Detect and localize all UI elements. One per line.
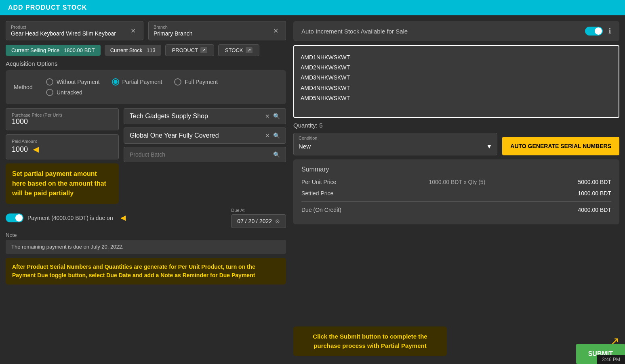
per-unit-label: Per Unit Price — [301, 179, 336, 185]
product-value: Gear Head Keyboard Wired Slim Keyboar — [11, 30, 116, 37]
condition-value: New — [299, 143, 311, 150]
product-info: Product Gear Head Keyboard Wired Slim Ke… — [11, 25, 116, 37]
paid-amount-box: Paid Amount 1000 ◄ — [6, 134, 119, 159]
selling-price-label: Current Selling Price — [11, 47, 59, 53]
condition-label: Condition — [299, 136, 317, 140]
auto-increment-toggle[interactable] — [585, 27, 603, 36]
time-display: 3:46 PM — [602, 357, 620, 362]
left-panel: Product Gear Head Keyboard Wired Slim Ke… — [0, 15, 292, 362]
serial-5: AMD5NHKWSKWT — [301, 93, 612, 103]
branch-input-box: Branch Primary Branch ✕ — [148, 21, 286, 40]
due-label: Due (On Credit) — [301, 207, 341, 213]
radio-untracked[interactable]: Untracked — [46, 89, 82, 96]
settled-label: Settled Price — [301, 190, 333, 197]
current-stock-value: 113 — [147, 47, 156, 53]
condition-select-inner: New ▼ — [299, 133, 492, 153]
branch-value: Primary Branch — [154, 30, 192, 37]
product-input-box: Product Gear Head Keyboard Wired Slim Ke… — [6, 21, 143, 40]
product-batch-box[interactable]: Product Batch 🔍 — [124, 147, 286, 162]
note-box[interactable]: The remaining payment is due on July 20,… — [6, 240, 286, 254]
auto-gen-button[interactable]: AUTO GENERATE SERIAL NUMBERS — [502, 137, 619, 155]
per-unit-value: 5000.00 BDT — [578, 179, 611, 185]
selling-price-value: 1800.00 BDT — [64, 47, 95, 53]
bottom-right-area: Click the Submit button to complete the … — [293, 326, 619, 356]
radio-row-1: Without Payment Partial Payment Full Pay… — [46, 78, 278, 86]
due-date-field[interactable]: 07 / 20 / 2022 ⊗ — [231, 214, 286, 228]
bottom-tooltip-text: After Product Serial Numbers and Quantit… — [12, 264, 255, 278]
selling-price-tag: Current Selling Price 1800.00 BDT — [6, 45, 101, 56]
due-value: 4000.00 BDT — [578, 207, 612, 213]
acquisition-box: Method Without Payment Partial Payment — [6, 70, 286, 104]
note-section: Note The remaining payment is due on Jul… — [6, 232, 286, 254]
method-row: Method Without Payment Partial Payment — [14, 78, 278, 96]
product-button[interactable]: PRODUCT ↗ — [165, 44, 214, 56]
radio-full-payment[interactable]: Full Payment — [174, 78, 218, 86]
tooltip-text: Set partial payment amount here based on… — [12, 170, 106, 197]
radio-circle-without — [46, 78, 53, 86]
radio-group: Without Payment Partial Payment Full Pay… — [46, 78, 278, 96]
purchase-price-label: Purchase Price (Per Unit) — [12, 113, 113, 117]
batch-search-icon[interactable]: 🔍 — [273, 151, 280, 158]
price-supplier-row: Purchase Price (Per Unit) 1000 Paid Amou… — [6, 108, 286, 204]
radio-label-untracked: Untracked — [57, 89, 82, 96]
supplier-box: Tech Gadgets Supply Shop ✕ 🔍 — [124, 108, 286, 124]
right-panel: Auto Increment Stock Available for Sale … — [292, 15, 625, 362]
method-label: Method — [14, 84, 46, 90]
right-tooltip: Click the Submit button to complete the … — [293, 326, 447, 356]
auto-increment-row: Auto Increment Stock Available for Sale … — [293, 21, 619, 41]
product-ext-icon: ↗ — [200, 47, 207, 53]
payment-due-text: Payment (4000.00 BDT) is due on — [27, 215, 113, 221]
stock-button-label: STOCK — [225, 47, 243, 53]
due-row: Due (On Credit) 4000.00 BDT — [301, 207, 611, 213]
serial-1: AMD1NHKWSKWT — [301, 52, 612, 63]
quantity-label: Quantity: 5 — [293, 122, 323, 129]
summary-divider — [301, 201, 611, 202]
top-inputs-row: Product Gear Head Keyboard Wired Slim Ke… — [6, 21, 286, 40]
note-text: The remaining payment is due on July 20,… — [11, 244, 124, 250]
warranty-box: Global One Year Fully Covered ✕ 🔍 — [124, 128, 286, 144]
radio-partial-payment[interactable]: Partial Payment — [112, 78, 162, 86]
due-date-value: 07 / 20 / 2022 — [237, 218, 272, 224]
warranty-search-icon[interactable]: 🔍 — [273, 132, 280, 139]
branch-label: Branch — [154, 25, 192, 29]
auto-increment-label: Auto Increment Stock Available for Sale — [301, 28, 408, 35]
due-date-clear-icon[interactable]: ⊗ — [275, 218, 280, 224]
per-unit-calc: 1000.00 BDT x Qty (5) — [429, 179, 486, 185]
info-icon[interactable]: ℹ — [608, 27, 611, 36]
quantity-row: Quantity: 5 — [293, 122, 619, 129]
paid-amount-row: 1000 ◄ — [12, 144, 113, 155]
serial-4: AMD4NHKWSKWT — [301, 83, 612, 93]
bottom-tooltip-left: After Product Serial Numbers and Quantit… — [6, 258, 286, 285]
submit-area: ↗ SUBMIT — [610, 335, 619, 348]
stock-button[interactable]: STOCK ↗ — [218, 44, 259, 56]
due-at-label: Due At — [231, 208, 286, 213]
supplier-clear-icon[interactable]: ✕ — [265, 113, 270, 119]
product-button-label: PRODUCT — [172, 47, 198, 53]
payment-due-arrow: ◄ — [119, 213, 128, 223]
product-batch-placeholder: Product Batch — [130, 151, 165, 158]
page-header: ADD PRODUCT STOCK — [0, 0, 625, 15]
partial-payment-tooltip: Set partial payment amount here based on… — [6, 163, 119, 204]
acquisition-section: Acquisition Options Method Without Payme… — [6, 60, 286, 104]
warranty-clear-icon[interactable]: ✕ — [265, 132, 270, 139]
supplier-search-icon[interactable]: 🔍 — [273, 113, 280, 119]
serial-3: AMD3NHKWSKWT — [301, 73, 612, 83]
radio-row-2: Untracked — [46, 89, 278, 96]
radio-without-payment[interactable]: Without Payment — [46, 78, 100, 86]
radio-circle-untracked — [46, 89, 53, 96]
condition-select[interactable]: Condition New ▼ — [293, 133, 497, 155]
radio-label-partial: Partial Payment — [122, 79, 162, 85]
paid-amount-value: 1000 — [12, 145, 28, 154]
right-tooltip-text: Click the Submit button to complete the … — [313, 333, 427, 349]
radio-label-full: Full Payment — [185, 79, 218, 85]
condition-gen-row: Condition New ▼ AUTO GENERATE SERIAL NUM… — [293, 133, 619, 155]
supplier-name: Tech Gadgets Supply Shop — [130, 113, 208, 120]
per-unit-row: Per Unit Price 1000.00 BDT x Qty (5) 500… — [301, 179, 611, 185]
branch-close-icon[interactable]: ✕ — [271, 26, 281, 36]
radio-circle-full — [174, 78, 181, 86]
payment-due-toggle[interactable] — [6, 213, 23, 222]
condition-chevron-icon: ▼ — [486, 143, 492, 150]
settled-price-row: Settled Price 1000.00 BDT — [301, 190, 611, 197]
product-close-icon[interactable]: ✕ — [128, 26, 138, 36]
warranty-actions: ✕ 🔍 — [265, 132, 280, 139]
